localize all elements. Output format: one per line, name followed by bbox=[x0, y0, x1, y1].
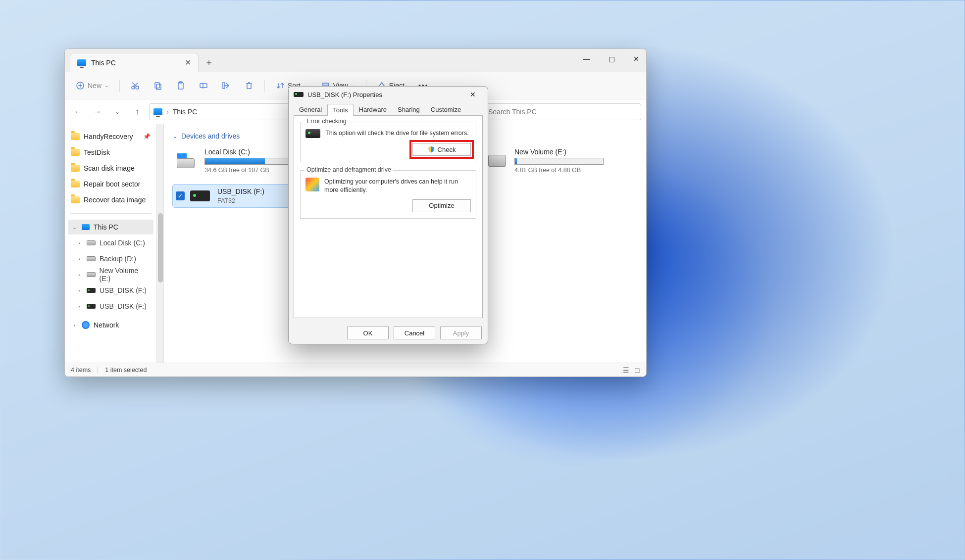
cut-button[interactable] bbox=[126, 77, 145, 94]
new-button[interactable]: New ⌄ bbox=[71, 77, 113, 94]
delete-button[interactable] bbox=[240, 77, 258, 94]
check-button[interactable]: Check bbox=[412, 143, 471, 156]
nav-this-pc[interactable]: ⌄This PC bbox=[68, 220, 153, 234]
chevron-right-icon: › bbox=[76, 240, 83, 246]
nav-drive-item[interactable]: ›Backup (D:) bbox=[68, 251, 153, 266]
nav-drive-item[interactable]: ›USB_DISK (F:) bbox=[68, 299, 153, 314]
nav-drive-item[interactable]: ›New Volume (E:) bbox=[68, 267, 153, 282]
defragment-icon bbox=[305, 178, 319, 191]
dialog-footer: OK Cancel Apply bbox=[289, 322, 488, 344]
tab-title: This PC bbox=[91, 59, 116, 67]
folder-icon bbox=[71, 165, 80, 172]
quick-access-item[interactable]: TestDisk bbox=[68, 145, 153, 160]
sort-icon bbox=[276, 81, 285, 90]
drive-name: New Volume (E:) bbox=[514, 148, 604, 156]
breadcrumb-this-pc[interactable]: This PC bbox=[173, 108, 198, 116]
svg-rect-4 bbox=[156, 84, 161, 90]
maximize-button[interactable]: ▢ bbox=[605, 52, 618, 66]
svg-rect-3 bbox=[155, 83, 159, 88]
folder-icon bbox=[71, 133, 80, 140]
nav-label: HandyRecovery bbox=[84, 133, 133, 140]
trash-icon bbox=[245, 81, 254, 90]
drive-name: USB_DISK (F:) bbox=[217, 187, 264, 195]
apply-button[interactable]: Apply bbox=[440, 327, 482, 339]
nav-label: USB_DISK (F:) bbox=[100, 286, 147, 294]
nav-forward-button[interactable]: → bbox=[90, 104, 105, 120]
status-item-count: 4 items bbox=[71, 367, 91, 373]
drive-check-icon bbox=[305, 129, 320, 138]
dialog-body: Error checking This option will check th… bbox=[294, 115, 483, 318]
separator bbox=[119, 80, 120, 92]
chevron-right-icon: › bbox=[76, 287, 83, 293]
folder-icon bbox=[71, 149, 80, 156]
separator bbox=[264, 80, 265, 92]
nav-scrollbar[interactable] bbox=[157, 124, 164, 363]
tiles-view-icon[interactable]: ◻ bbox=[634, 366, 640, 374]
tab-close-icon[interactable]: ✕ bbox=[185, 58, 191, 67]
nav-label: Network bbox=[94, 321, 119, 329]
chevron-right-icon: › bbox=[76, 303, 83, 309]
tab-tools[interactable]: Tools bbox=[327, 104, 353, 116]
separator bbox=[98, 367, 98, 373]
chevron-right-icon: › bbox=[76, 256, 83, 262]
nav-recent-button[interactable]: ⌄ bbox=[109, 104, 125, 120]
new-label: New bbox=[88, 82, 102, 90]
search-input[interactable] bbox=[483, 103, 641, 120]
quick-access-item[interactable]: Scan disk image bbox=[68, 161, 153, 176]
tab-hardware[interactable]: Hardware bbox=[354, 103, 392, 115]
nav-network[interactable]: ›Network bbox=[68, 318, 153, 332]
nav-label: Backup (D:) bbox=[100, 255, 136, 263]
dialog-titlebar: USB_DISK (F:) Properties ✕ bbox=[289, 87, 488, 102]
drive-info: 4.81 GB free of 4.88 GB bbox=[514, 167, 604, 174]
folder-icon bbox=[71, 181, 80, 187]
nav-label: New Volume (E:) bbox=[100, 267, 151, 282]
share-button[interactable] bbox=[217, 77, 236, 94]
nav-back-button[interactable]: ← bbox=[70, 104, 86, 120]
paste-button[interactable] bbox=[171, 77, 190, 94]
chevron-down-icon: ⌄ bbox=[104, 83, 108, 88]
this-pc-icon bbox=[153, 108, 162, 115]
copy-button[interactable] bbox=[149, 77, 167, 94]
paste-icon bbox=[176, 81, 185, 90]
close-button[interactable]: ✕ bbox=[629, 52, 643, 66]
this-pc-icon bbox=[82, 224, 90, 230]
folder-icon bbox=[71, 196, 80, 203]
minimize-button[interactable]: ― bbox=[580, 52, 594, 66]
pin-icon: 📌 bbox=[143, 133, 151, 140]
quick-access-item[interactable]: Repair boot sector bbox=[68, 177, 153, 191]
groupbox-error-checking: Error checking This option will check th… bbox=[300, 122, 476, 162]
details-view-icon[interactable]: ☰ bbox=[623, 366, 629, 374]
tab-general[interactable]: General bbox=[294, 103, 327, 115]
properties-dialog: USB_DISK (F:) Properties ✕ General Tools… bbox=[288, 86, 488, 344]
usb-drive-icon bbox=[87, 288, 96, 293]
chevron-down-icon: ⌄ bbox=[71, 224, 78, 231]
svg-rect-7 bbox=[200, 84, 207, 88]
ok-button[interactable]: OK bbox=[347, 327, 389, 339]
cancel-button[interactable]: Cancel bbox=[394, 327, 435, 339]
optimize-button[interactable]: Optimize bbox=[412, 199, 471, 212]
drive-item-new-volume-e[interactable]: New Volume (E:) 4.81 GB free of 4.88 GB bbox=[483, 145, 626, 177]
breadcrumb-separator: › bbox=[166, 108, 169, 116]
checkmark-icon: ✓ bbox=[176, 191, 185, 200]
dialog-tabs: General Tools Hardware Sharing Customize bbox=[289, 102, 488, 115]
dialog-title: USB_DISK (F:) Properties bbox=[307, 91, 382, 98]
rename-button[interactable] bbox=[194, 77, 213, 94]
nav-drive-item[interactable]: ›USB_DISK (F:) bbox=[68, 283, 153, 298]
status-bar: 4 items 1 item selected ☰ ◻ bbox=[65, 363, 646, 376]
usb-drive-icon bbox=[87, 304, 96, 309]
tab-customize[interactable]: Customize bbox=[425, 103, 466, 115]
chevron-down-icon: ⌄ bbox=[173, 133, 177, 140]
quick-access-item[interactable]: Recover data image bbox=[68, 192, 153, 207]
groupbox-title: Optimize and defragment drive bbox=[305, 166, 393, 173]
titlebar: This PC ✕ ＋ ― ▢ ✕ bbox=[65, 49, 646, 72]
tab-sharing[interactable]: Sharing bbox=[392, 103, 425, 115]
nav-drive-item[interactable]: ›Local Disk (C:) bbox=[68, 235, 153, 250]
this-pc-icon bbox=[77, 59, 86, 66]
quick-access-item[interactable]: HandyRecovery📌 bbox=[68, 129, 153, 144]
dialog-close-button[interactable]: ✕ bbox=[463, 88, 483, 101]
window-tab-this-pc[interactable]: This PC ✕ bbox=[70, 53, 199, 72]
nav-up-button[interactable]: ↑ bbox=[129, 104, 145, 120]
add-tab-button[interactable]: ＋ bbox=[202, 55, 216, 70]
scrollbar-thumb[interactable] bbox=[158, 213, 163, 282]
plus-circle-icon bbox=[76, 81, 85, 90]
